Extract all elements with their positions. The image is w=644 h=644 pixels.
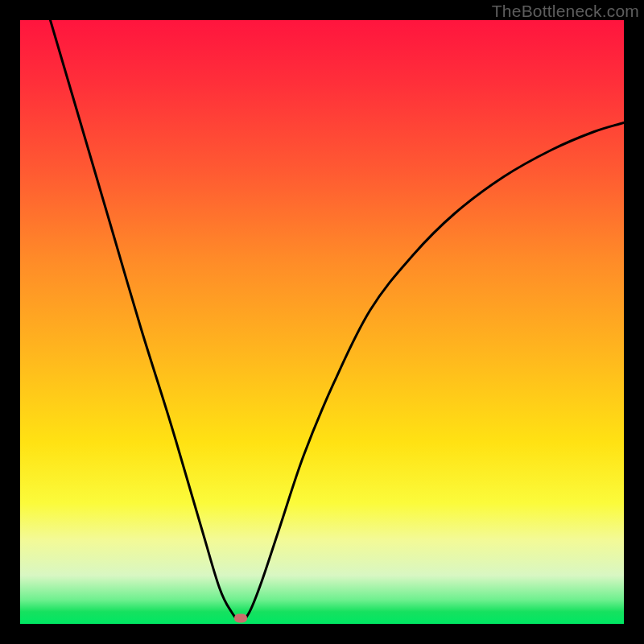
bottleneck-curve (20, 20, 624, 624)
chart-frame: TheBottleneck.com (0, 0, 644, 644)
plot-area (20, 20, 624, 624)
watermark-text: TheBottleneck.com (492, 2, 639, 21)
optimal-point-marker (234, 614, 247, 623)
